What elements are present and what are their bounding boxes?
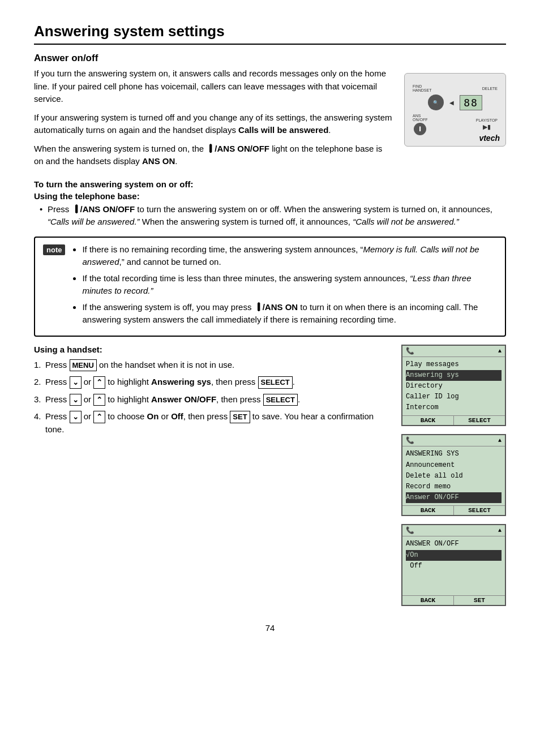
step-3: 3. Press ⌄ or ⌃ to highlight Answer ON/O… — [34, 393, 390, 406]
ans-onoff-label: ANSON/OFF — [413, 114, 427, 122]
ans-onoff-press: ⏽/ANS ON/OFF — [72, 204, 135, 214]
step-1: 1. Press MENU on the handset when it is … — [34, 359, 390, 372]
lcd-line-2-5: Answer ON/OFF — [406, 492, 502, 503]
up-key-4: ⌃ — [93, 411, 105, 423]
ans-onoff-button: ⏽ — [414, 123, 426, 135]
to-turn-heading: To turn the answering system on or off: — [34, 179, 506, 189]
note-box: note If there is no remaining recording … — [34, 237, 506, 337]
note-item-3: If the answering system is off, you may … — [82, 301, 497, 327]
lcd-line-3-4 — [406, 572, 502, 582]
lcd-line-2-2: Announcement — [406, 460, 502, 471]
lcd-body-1: Play messages Answering sys Directory Ca… — [402, 357, 505, 416]
select-key-3: SELECT — [263, 394, 298, 406]
back-btn-2: BACK — [402, 506, 454, 515]
phone-icon-2: 📞 — [406, 436, 414, 445]
repeat-arrow: ◀ — [449, 100, 454, 106]
handset-instructions: Using a handset: 1. Press MENU on the ha… — [34, 345, 390, 607]
lcd-bottom-1: BACK SELECT — [402, 415, 505, 425]
play-stop-label: PLAY/STOP — [476, 118, 498, 122]
lcd-line-3-3: Off — [406, 561, 502, 572]
top-arrow-3: ▲ — [498, 527, 502, 534]
back-btn-3: BACK — [402, 596, 454, 605]
lcd-screens: 📞 ▲ Play messages Answering sys Director… — [401, 345, 506, 607]
phone-display: 88 — [460, 95, 482, 110]
para1: If you turn the answering system on, it … — [34, 67, 393, 106]
note-label: note — [43, 244, 65, 255]
lcd-line-2-4: Record memo — [406, 482, 502, 492]
phone-icon-3: 📞 — [406, 526, 414, 535]
bottom-section: Using a handset: 1. Press MENU on the ha… — [34, 345, 506, 607]
lcd-line-3-1: ANSWER ON/OFF — [406, 539, 502, 549]
phone-image: FINDHANDSET DELETE 🔍 ◀ 88 ANSON/OFF ⏽ — [404, 73, 506, 147]
down-key-4: ⌄ — [70, 411, 82, 423]
para3: When the answering system is turned on, … — [34, 143, 393, 168]
using-base-heading: Using the telephone base: — [34, 191, 506, 201]
lcd-bottom-2: BACK SELECT — [402, 505, 505, 515]
select-btn-1: SELECT — [454, 416, 505, 425]
top-arrow-1: ▲ — [498, 348, 502, 354]
lcd-screen-1: 📞 ▲ Play messages Answering sys Director… — [401, 345, 506, 427]
find-handset-button: 🔍 — [428, 94, 444, 110]
select-key-2: SELECT — [258, 376, 293, 389]
step-4: 4. Press ⌄ or ⌃ to choose On or Off, the… — [34, 410, 390, 436]
note-item-1: If there is no remaining recording time,… — [82, 243, 497, 269]
lcd-line-1-1: Play messages — [406, 359, 502, 370]
base-instructions: Press ⏽/ANS ON/OFF to turn the answering… — [34, 203, 506, 229]
answer-onoff-heading: Answer on/off — [34, 53, 506, 64]
lcd-line-3-5 — [406, 582, 502, 593]
lcd-line-1-5: Intercom — [406, 402, 502, 413]
set-key: SET — [230, 411, 250, 423]
note-item-2: If the total recording time is less than… — [82, 272, 497, 298]
delete-label: DELETE — [482, 87, 498, 91]
note-content: If there is no remaining recording time,… — [72, 243, 497, 330]
phone-icon-1: 📞 — [406, 347, 414, 355]
vtech-logo: vtech — [479, 134, 500, 143]
set-btn-3: SET — [454, 596, 505, 605]
down-key-2: ⌄ — [70, 376, 82, 389]
lcd-screen-2: 📞 ▲ ANSWERING SYS Announcement Delete al… — [401, 434, 506, 516]
lcd-line-1-2: Answering sys — [406, 370, 502, 381]
step-2: 2. Press ⌄ or ⌃ to highlight Answering s… — [34, 376, 390, 389]
lcd-body-2: ANSWERING SYS Announcement Delete all ol… — [402, 446, 505, 505]
select-btn-2: SELECT — [454, 506, 505, 515]
lcd-line-2-3: Delete all old — [406, 471, 502, 482]
lcd-line-2-1: ANSWERING SYS — [406, 449, 502, 459]
ans-onoff-ref: ⏽/ANS ON/OFF — [206, 144, 269, 153]
para2: If your answering system is turned off a… — [34, 111, 393, 137]
top-arrow-2: ▲ — [498, 437, 502, 444]
bullet-item-1: Press ⏽/ANS ON/OFF to turn the answering… — [40, 203, 506, 229]
up-key-2: ⌃ — [93, 376, 105, 389]
lcd-screen-3: 📞 ▲ ANSWER ON/OFF √On Off BACK SET — [401, 524, 506, 606]
find-handset-label: FINDHANDSET — [413, 84, 431, 92]
up-key-3: ⌃ — [93, 394, 105, 406]
steps-list: 1. Press MENU on the handset when it is … — [34, 359, 390, 436]
lcd-line-1-4: Caller ID log — [406, 392, 502, 402]
lcd-line-1-3: Directory — [406, 381, 502, 392]
play-stop-icon: ▶▮ — [483, 123, 491, 131]
back-btn-1: BACK — [402, 416, 454, 425]
using-handset-heading: Using a handset: — [34, 345, 390, 354]
lcd-line-3-2: √On — [406, 550, 502, 561]
lcd-bottom-3: BACK SET — [402, 595, 505, 605]
down-key-3: ⌄ — [70, 394, 82, 406]
page-number: 74 — [34, 623, 506, 633]
menu-key: MENU — [70, 359, 97, 372]
lcd-body-3: ANSWER ON/OFF √On Off — [402, 536, 505, 595]
page-title: Answering system settings — [34, 23, 506, 45]
